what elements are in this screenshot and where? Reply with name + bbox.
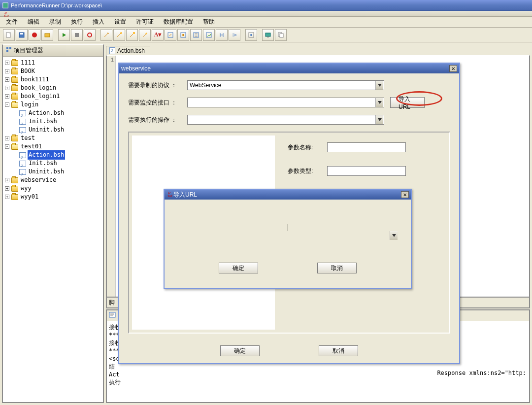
chevron-down-icon[interactable] <box>390 231 398 240</box>
svg-rect-23 <box>6 50 8 52</box>
bottom-tab-label[interactable]: 脚 <box>109 299 115 307</box>
svg-rect-21 <box>6 47 8 49</box>
tool-record2-icon[interactable] <box>84 29 96 41</box>
tree-toggle-icon[interactable]: + <box>5 86 9 90</box>
svg-point-12 <box>182 34 184 36</box>
tree-folder[interactable]: +wyy <box>5 184 101 193</box>
console-icon <box>109 312 116 319</box>
tree-folder[interactable]: -test01 <box>5 142 101 151</box>
tool-edit3-icon[interactable] <box>190 29 202 41</box>
file-icon <box>109 47 115 54</box>
interface-combo[interactable] <box>187 98 384 107</box>
ws-cancel-button[interactable]: 取消 <box>319 345 358 356</box>
webservice-dialog-title[interactable]: webservice ✕ <box>119 64 459 73</box>
tool-edit1-icon[interactable] <box>165 29 176 41</box>
tree-toggle-icon[interactable]: + <box>5 178 9 182</box>
param-type-input[interactable] <box>327 166 406 176</box>
tool-copy-icon[interactable] <box>275 29 287 41</box>
param-type-label: 参数类型: <box>288 167 327 175</box>
tool-save-icon[interactable] <box>16 29 28 41</box>
url-cancel-button[interactable]: 取消 <box>317 263 357 273</box>
chevron-down-icon[interactable] <box>375 115 383 124</box>
import-url-button[interactable]: 导入URL <box>390 97 425 108</box>
tree-folder[interactable]: +book_login <box>5 84 101 92</box>
tool-wand2-icon[interactable] <box>113 29 125 41</box>
tree-toggle-icon[interactable]: + <box>5 186 9 191</box>
file-icon <box>19 169 26 175</box>
menu-run[interactable]: 执行 <box>66 17 88 27</box>
tree-toggle-icon[interactable]: - <box>5 144 9 149</box>
tree-toggle-icon[interactable]: + <box>5 195 9 199</box>
tool-stop-icon[interactable] <box>71 29 83 41</box>
tree-file[interactable]: Uninit.bsh <box>5 126 101 134</box>
app-icon <box>2 2 9 9</box>
tree-file[interactable]: Action.bsh <box>5 151 101 159</box>
folder-icon <box>11 94 18 100</box>
menu-dbconfig[interactable]: 数据库配置 <box>159 17 198 27</box>
tree-folder[interactable]: +book_login1 <box>5 92 101 101</box>
menu-edit[interactable]: 编辑 <box>23 17 44 27</box>
tool-text-icon[interactable]: A▾ <box>152 29 164 41</box>
url-ok-button[interactable]: 确定 <box>219 263 258 273</box>
tool-edit4-icon[interactable] <box>203 29 215 41</box>
tool-play-icon[interactable] <box>58 29 70 41</box>
menu-insert[interactable]: 插入 <box>88 17 109 27</box>
tree-folder[interactable]: +webservice <box>5 176 101 184</box>
tree-folder[interactable]: +BOOK <box>5 67 101 75</box>
svg-point-8 <box>120 32 122 34</box>
tool-settings1-icon[interactable] <box>245 29 257 41</box>
file-icon <box>19 119 26 125</box>
tool-monitor-icon[interactable] <box>262 29 274 41</box>
menu-settings[interactable]: 设置 <box>109 17 131 27</box>
menu-help[interactable]: 帮助 <box>198 17 220 27</box>
tool-wand4-icon[interactable] <box>139 29 151 41</box>
close-icon[interactable]: ✕ <box>449 65 457 72</box>
chevron-down-icon[interactable] <box>375 98 383 107</box>
project-tree[interactable]: +1111+BOOK+book1111+book_login+book_logi… <box>3 57 103 402</box>
tree-toggle-icon[interactable]: + <box>5 77 9 82</box>
svg-rect-3 <box>20 33 23 34</box>
tool-edit2-icon[interactable] <box>177 29 189 41</box>
tree-icon <box>6 47 12 54</box>
tree-toggle-icon[interactable]: + <box>5 61 9 65</box>
tree-toggle-icon[interactable]: + <box>5 69 9 73</box>
svg-point-7 <box>88 33 92 37</box>
tool-wand1-icon[interactable] <box>100 29 112 41</box>
svg-rect-5 <box>45 34 50 37</box>
import-url-dialog-title[interactable]: 导入URL ✕ <box>165 190 411 200</box>
tool-open-icon[interactable] <box>41 29 53 41</box>
window-titlebar: PerformanceRunner D:\pr-workspace\ <box>0 0 532 11</box>
url-combo[interactable] <box>179 224 396 240</box>
tree-folder[interactable]: +test <box>5 134 101 142</box>
menu-record[interactable]: 录制 <box>44 17 66 27</box>
ws-ok-button[interactable]: 确定 <box>220 345 260 356</box>
tree-file[interactable]: Uninit.bsh <box>5 168 101 176</box>
tool-shuffle-icon[interactable] <box>229 29 240 41</box>
tree-folder[interactable]: +1111 <box>5 59 101 67</box>
operation-combo[interactable] <box>187 115 384 125</box>
tree-file[interactable]: Init.bsh <box>5 117 101 126</box>
tool-record-icon[interactable] <box>29 29 40 41</box>
protocol-label: 需要录制的协议 ： <box>128 81 187 90</box>
editor-tab-action[interactable]: Action.bsh <box>106 46 150 55</box>
tree-toggle-icon[interactable]: + <box>5 94 9 99</box>
import-url-dialog: 导入URL ✕ 确定 取消 <box>164 189 412 289</box>
tree-folder[interactable]: +book1111 <box>5 75 101 84</box>
close-icon[interactable]: ✕ <box>401 191 409 198</box>
tree-toggle-icon[interactable]: - <box>5 102 9 107</box>
tree-folder[interactable]: +wyy01 <box>5 193 101 201</box>
tool-new-icon[interactable] <box>3 29 15 41</box>
tree-toggle-icon[interactable]: + <box>5 136 9 140</box>
menu-file[interactable]: 文件 <box>1 17 23 27</box>
tree-file[interactable]: Init.bsh <box>5 159 101 168</box>
tool-wand3-icon[interactable] <box>126 29 138 41</box>
tree-file[interactable]: Action.bsh <box>5 109 101 117</box>
console-right-text: Response xmlns:ns2="http: <box>437 370 526 376</box>
svg-point-4 <box>32 33 37 37</box>
protocol-combo[interactable]: WebService <box>187 80 384 90</box>
chevron-down-icon[interactable] <box>375 81 383 90</box>
menu-license[interactable]: 许可证 <box>131 17 159 27</box>
param-name-input[interactable] <box>327 142 406 152</box>
tool-compare-icon[interactable] <box>216 29 228 41</box>
tree-folder[interactable]: -login <box>5 101 101 109</box>
